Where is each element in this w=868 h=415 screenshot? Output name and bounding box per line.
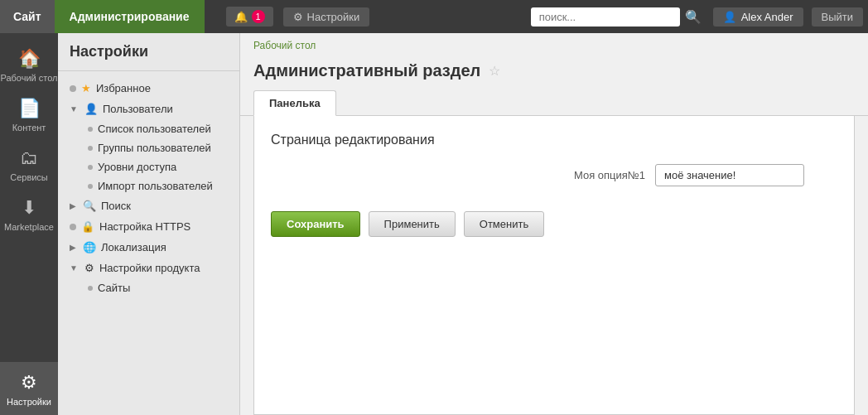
user-name: Alex Ander [741, 11, 793, 23]
nav-sub-item-access-levels[interactable]: Уровни доступа [58, 157, 239, 176]
sidebar-content-label: Контент [12, 123, 46, 133]
buttons-row: Сохранить Применить Отменить [271, 203, 837, 245]
form-row: Моя опция№1 [271, 164, 837, 186]
bullet-icon [70, 224, 76, 230]
admin-tab[interactable]: Администрирование [55, 0, 205, 33]
nav-sites-label: Сайты [98, 282, 130, 294]
panel-content: Страница редактирования Моя опция№1 Сохр… [253, 116, 855, 415]
settings-icon: ⚙ [21, 372, 37, 393]
topbar-settings-button[interactable]: ⚙ Настройки [283, 7, 370, 27]
services-icon: 🗂 [20, 147, 38, 169]
topbar: Сайт Администрирование 🔔 1 ⚙ Настройки 🔍… [0, 0, 868, 33]
nav-item-localization[interactable]: ▶ 🌐 Локализация [58, 237, 239, 258]
apply-button[interactable]: Применить [369, 211, 456, 237]
arrow-right-icon: ▶ [70, 243, 76, 252]
content-area: Рабочий стол Административный раздел ☆ П… [240, 33, 868, 415]
search-input[interactable] [531, 7, 680, 27]
sidebar-settings-label: Настройки [7, 397, 51, 407]
sidebar-services-label: Сервисы [10, 172, 48, 182]
globe-icon: 🌐 [83, 241, 96, 253]
nav-sub-item-user-list[interactable]: Список пользователей [58, 119, 239, 138]
nav-item-product-settings[interactable]: ▼ ⚙ Настройки продукта [58, 258, 239, 278]
page-title: Административный раздел [253, 61, 480, 80]
nav-sub-item-sites[interactable]: Сайты [58, 278, 239, 297]
search-icon: 🔍 [685, 9, 702, 25]
nav-sub-item-user-groups[interactable]: Группы пользователей [58, 138, 239, 157]
sidebar-item-content[interactable]: 📄 Контент [0, 89, 58, 139]
nav-user-list-label: Список пользователей [98, 123, 211, 135]
user-icon: 👤 [723, 11, 736, 23]
arrow-down-icon: ▼ [70, 104, 78, 113]
panel-subtitle: Страница редактирования [271, 133, 837, 147]
form-input-option[interactable] [655, 164, 804, 186]
sidebar-item-services[interactable]: 🗂 Сервисы [0, 139, 58, 189]
page-title-row: Административный раздел ☆ [240, 58, 868, 90]
marketplace-icon: ⬇ [22, 197, 36, 219]
cancel-button[interactable]: Отменить [464, 211, 544, 237]
breadcrumb[interactable]: Рабочий стол [240, 33, 868, 58]
main-layout: 🏠 Рабочий стол 📄 Контент 🗂 Сервисы ⬇ Mar… [0, 33, 868, 415]
document-icon: 📄 [18, 98, 41, 119]
search-nav-icon: 🔍 [83, 200, 96, 212]
topbar-settings-label: Настройки [307, 11, 360, 23]
nav-item-users[interactable]: ▼ 👤 Пользователи [58, 99, 239, 119]
bullet-icon [88, 184, 93, 189]
save-button[interactable]: Сохранить [271, 211, 360, 237]
icon-sidebar: 🏠 Рабочий стол 📄 Контент 🗂 Сервисы ⬇ Mar… [0, 33, 58, 415]
arrow-right-icon: ▶ [70, 201, 76, 210]
sidebar-item-dashboard[interactable]: 🏠 Рабочий стол [0, 40, 58, 89]
nav-users-label: Пользователи [103, 103, 173, 115]
bullet-icon [88, 286, 93, 291]
nav-https-label: Настройка HTTPS [99, 220, 190, 233]
tabs-row: Панелька [240, 90, 868, 116]
sidebar-item-settings[interactable]: ⚙ Настройки [0, 362, 58, 415]
sidebar-dashboard-label: Рабочий стол [0, 73, 57, 83]
star-icon: ★ [81, 82, 91, 94]
lock-icon: 🔒 [81, 220, 94, 233]
arrow-down-icon: ▼ [70, 263, 78, 273]
nav-sidebar-title: Настройки [58, 43, 239, 71]
nav-favorites-label: Избранное [96, 82, 151, 94]
nav-search-label: Поиск [101, 200, 131, 212]
gear-icon-nav: ⚙ [84, 262, 94, 274]
gear-icon: ⚙ [293, 11, 303, 23]
tab-panel[interactable]: Панелька [253, 90, 336, 116]
nav-user-import-label: Импорт пользователей [98, 180, 213, 192]
bullet-icon [88, 146, 93, 151]
nav-item-https[interactable]: 🔒 Настройка HTTPS [58, 216, 239, 237]
site-tab[interactable]: Сайт [0, 0, 55, 33]
notification-badge: 1 [252, 10, 265, 23]
nav-sub-item-user-import[interactable]: Импорт пользователей [58, 176, 239, 195]
bell-icon: 🔔 [234, 11, 248, 23]
favorite-star-icon[interactable]: ☆ [489, 63, 500, 79]
bullet-icon [88, 127, 93, 132]
bullet-icon [70, 85, 76, 92]
user-icon-nav: 👤 [84, 103, 98, 115]
bullet-icon [88, 165, 93, 170]
sidebar-item-marketplace[interactable]: ⬇ Marketplace [0, 189, 58, 239]
nav-product-settings-label: Настройки продукта [99, 262, 200, 274]
form-label: Моя опция№1 [574, 169, 645, 181]
nav-localization-label: Локализация [101, 241, 166, 253]
nav-access-levels-label: Уровни доступа [98, 161, 176, 173]
home-icon: 🏠 [18, 48, 41, 70]
nav-item-favorites[interactable]: ★ Избранное [58, 78, 239, 99]
nav-item-search[interactable]: ▶ 🔍 Поиск [58, 195, 239, 216]
user-menu[interactable]: 👤 Alex Ander [713, 7, 803, 27]
sidebar-marketplace-label: Marketplace [4, 222, 54, 232]
nav-sidebar: Настройки ★ Избранное ▼ 👤 Пользователи С… [58, 33, 240, 415]
notifications-button[interactable]: 🔔 1 [226, 7, 273, 27]
logout-button[interactable]: Выйти [812, 7, 864, 27]
nav-user-groups-label: Группы пользователей [98, 142, 211, 154]
